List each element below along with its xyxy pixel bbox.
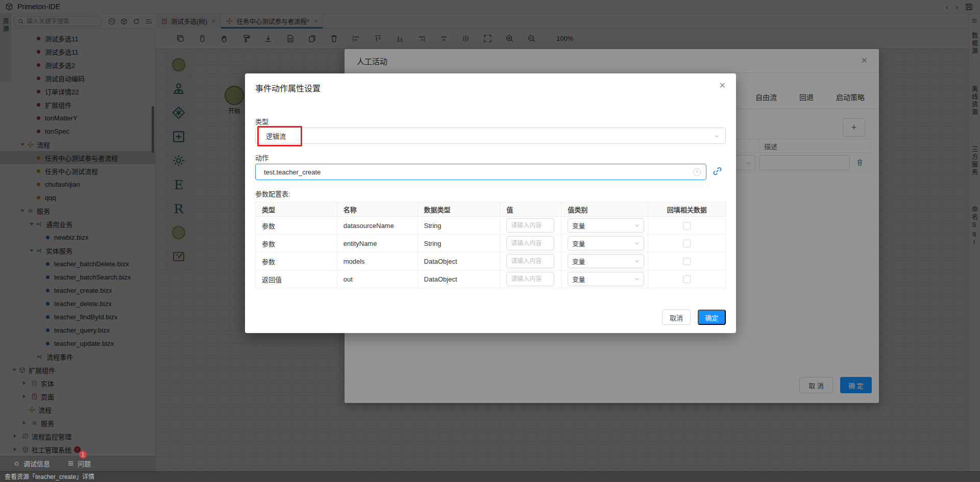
status-text: 查看资源「teacher_create」详情 <box>5 473 94 480</box>
value-input[interactable] <box>506 254 554 268</box>
value-input[interactable] <box>506 236 554 250</box>
event-action-properties-dialog: 事件动作属性设置 ✕ 类型 逻辑流 动作 ✕ 参数配置表: 类型 名称 数据类型… <box>245 73 736 333</box>
confirm-button[interactable]: 确定 <box>698 310 726 325</box>
value-kind-select[interactable]: 变量 <box>568 272 644 286</box>
param-row: 返回值 out DataObject 变量 <box>256 270 726 288</box>
debug-icon <box>13 460 20 467</box>
backfill-checkbox[interactable] <box>683 258 691 265</box>
param-row: 参数 datasourceName String 变量 <box>256 217 726 235</box>
action-input-wrap: ✕ <box>255 164 706 180</box>
params-table: 类型 名称 数据类型 值 值类别 回填相关数据 参数 datasourceNam… <box>255 202 726 288</box>
link-icon[interactable] <box>713 166 722 176</box>
backfill-checkbox[interactable] <box>683 222 691 230</box>
clear-input-icon[interactable]: ✕ <box>693 168 701 176</box>
sidebar-bottom-tabs: 调试信息 问题 <box>0 455 156 471</box>
backfill-checkbox[interactable] <box>683 275 691 283</box>
value-input[interactable] <box>506 272 554 286</box>
dialog-footer: 取消 确定 <box>662 310 726 325</box>
backfill-checkbox[interactable] <box>683 240 691 247</box>
table-header-row: 类型 名称 数据类型 值 值类别 回填相关数据 <box>256 202 726 217</box>
action-input[interactable] <box>256 168 693 176</box>
close-icon[interactable]: ✕ <box>719 81 726 90</box>
cancel-button[interactable]: 取消 <box>662 310 691 325</box>
dialog-title: 事件动作属性设置 <box>255 82 321 94</box>
params-table-label: 参数配置表: <box>255 189 290 198</box>
type-select[interactable]: 逻辑流 <box>255 128 726 144</box>
value-kind-select[interactable]: 变量 <box>568 218 644 233</box>
type-select-value: 逻辑流 <box>266 131 286 141</box>
col-datatype: 数据类型 <box>418 202 500 217</box>
statusbar: 查看资源「teacher_create」详情 <box>0 471 980 482</box>
type-label: 类型 <box>255 116 268 126</box>
value-input[interactable] <box>506 218 554 233</box>
list-icon <box>67 460 74 467</box>
value-kind-select[interactable]: 变量 <box>568 254 644 268</box>
action-label: 动作 <box>255 153 268 162</box>
col-valuekind: 值类别 <box>561 202 648 217</box>
primeton-ide-window: Primeton-IDE ‹ › AI <box>0 0 980 482</box>
col-name: 名称 <box>337 202 418 217</box>
param-row: 参数 entityName String 变量 <box>256 235 726 252</box>
col-value: 值 <box>500 202 561 217</box>
tab-problems[interactable]: 问题 <box>67 459 91 468</box>
tab-debug-info[interactable]: 调试信息 <box>13 459 50 468</box>
col-type: 类型 <box>256 202 337 217</box>
param-row: 参数 models DataObject 变量 <box>256 252 726 270</box>
col-backfill: 回填相关数据 <box>648 202 726 217</box>
problems-count-badge: 1 <box>79 451 87 459</box>
value-kind-select[interactable]: 变量 <box>568 236 644 250</box>
